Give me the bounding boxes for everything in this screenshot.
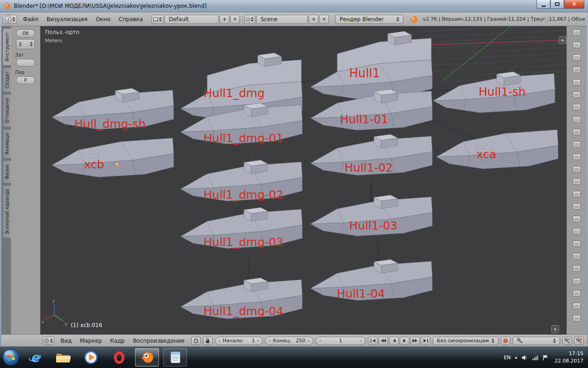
tool-tab-Физик[interactable]: Физик: [2, 160, 11, 184]
object-name-label-Hull1-sh: Hull1-sh: [479, 85, 526, 98]
screen-layout-delete-button[interactable]: ✕: [230, 15, 240, 24]
timeline-menu-Кадр[interactable]: Кадр: [106, 338, 129, 344]
screen-layout-field[interactable]: Default: [164, 15, 219, 24]
tool-tab-Анимаци[interactable]: Анимаци: [2, 129, 11, 159]
window-titlebar[interactable]: Blender* [D:\МОИ МОДЕЛИ\USSA\Jelezniakov…: [0, 0, 588, 12]
clock[interactable]: 17:15 22.08.2017: [554, 350, 583, 365]
properties-tab-icon[interactable]: [573, 166, 581, 172]
start-frame-field[interactable]: ‹ Начало:1 ›: [215, 337, 263, 345]
taskbar-explorer-folder[interactable]: [51, 348, 75, 367]
end-frame-field[interactable]: ‹ Конец:250 ›: [265, 337, 313, 345]
p-button[interactable]: P: [16, 76, 35, 84]
properties-tab-icon[interactable]: [573, 253, 581, 259]
properties-tab-icon[interactable]: [573, 67, 581, 73]
scene-name-field[interactable]: Scene: [256, 15, 308, 24]
properties-tab-icon[interactable]: [573, 303, 581, 309]
show-hidden-icons-button[interactable]: ▲: [515, 356, 517, 359]
object-origin-dot[interactable]: [116, 163, 118, 165]
ship-xcb[interactable]: [52, 138, 174, 177]
lock-icon: [205, 338, 210, 344]
close-button[interactable]: ✕: [564, 0, 584, 9]
lock-frame-range-button[interactable]: [203, 337, 213, 345]
properties-tab-icon[interactable]: [573, 92, 581, 98]
properties-tab-icon[interactable]: [573, 42, 581, 48]
properties-tab-icon[interactable]: [573, 265, 581, 272]
properties-tab-icon[interactable]: [573, 129, 581, 135]
object-button[interactable]: Об: [16, 29, 35, 37]
properties-tab-icon[interactable]: [573, 54, 581, 61]
properties-tab-icon[interactable]: [573, 203, 581, 210]
timeline-menu-Вид[interactable]: Вид: [57, 338, 76, 344]
taskbar-opera[interactable]: [107, 348, 131, 367]
action-center-flag-icon[interactable]: [543, 355, 548, 361]
timeline-menu-Воспроизведение[interactable]: Воспроизведение: [129, 338, 188, 344]
screen-layout-browse-button[interactable]: [152, 15, 164, 24]
properties-tab-icon[interactable]: [573, 290, 581, 297]
timeline-editor-type-button[interactable]: [43, 337, 54, 345]
scene-add-button[interactable]: +: [309, 15, 318, 24]
record-button[interactable]: [501, 337, 510, 345]
play-button[interactable]: [400, 337, 409, 345]
properties-tab-icon[interactable]: [573, 116, 581, 123]
tool-tab-Эскизный каранда[interactable]: Эскизный каранда: [2, 185, 11, 239]
properties-tab-icon[interactable]: [573, 315, 581, 322]
properties-tab-icon[interactable]: [573, 241, 581, 247]
object-name-label-Hull1-02: Hull1-02: [345, 161, 393, 174]
expand-region-plus-button-bottom[interactable]: +: [551, 325, 559, 333]
tool-tab-Отношени[interactable]: Отношени: [2, 94, 11, 127]
render-engine-select[interactable]: Рендер Blender: [335, 15, 403, 24]
scene-delete-button[interactable]: ✕: [319, 15, 329, 24]
menu-Справка[interactable]: Справка: [114, 16, 147, 23]
viewport-3d[interactable]: Hull1Hull1_dmgHull1-shHull_dmg-shHull1-0…: [40, 26, 566, 334]
properties-tab-icon[interactable]: [573, 79, 581, 86]
menu-Визуализация[interactable]: Визуализация: [42, 16, 91, 23]
editor-type-button[interactable]: i: [3, 15, 17, 24]
tool-tab-Создат[interactable]: Создат: [2, 67, 11, 92]
screen-layout-add-button[interactable]: +: [220, 15, 229, 24]
properties-tab-icon[interactable]: [573, 178, 581, 185]
sync-mode-select[interactable]: Без синхронизации: [433, 337, 498, 345]
ship-Hull1[interactable]: [311, 31, 432, 99]
minimize-button[interactable]: [537, 0, 550, 9]
delete-keyframe-button[interactable]: [574, 337, 584, 345]
windows-logo-icon: [2, 348, 20, 367]
volume-icon[interactable]: [521, 355, 528, 361]
plus-icon: +: [311, 16, 316, 23]
keying-set-select[interactable]: [513, 337, 560, 345]
scene-browse-button[interactable]: [244, 15, 255, 24]
expand-region-plus-button[interactable]: +: [559, 36, 566, 44]
use-preview-range-button[interactable]: [191, 337, 201, 345]
language-indicator[interactable]: EN: [503, 355, 510, 361]
properties-tab-icon[interactable]: [573, 104, 581, 110]
header-menubar: ФайлВизуализацияОкноСправка: [19, 16, 147, 23]
menu-Окно[interactable]: Окно: [91, 16, 114, 23]
properties-tab-icon[interactable]: [573, 29, 581, 36]
tool-tab-Инструмент[interactable]: Инструмент: [2, 28, 11, 66]
taskbar-blender-active[interactable]: [135, 348, 159, 367]
current-frame-field[interactable]: ‹ 1 ›: [316, 337, 366, 345]
play-reverse-button[interactable]: [389, 337, 399, 345]
insert-keyframe-button[interactable]: [562, 337, 572, 345]
properties-tab-icon[interactable]: [573, 216, 581, 222]
properties-tab-icon[interactable]: [573, 141, 581, 148]
value-stepper[interactable]: 3: [16, 39, 35, 49]
properties-tab-icon[interactable]: [573, 154, 581, 160]
maximize-button[interactable]: [550, 0, 564, 9]
timeline-menu-Маркер[interactable]: Маркер: [76, 338, 106, 344]
ship-xca[interactable]: [436, 130, 558, 169]
properties-tab-icon[interactable]: [573, 278, 581, 284]
properties-tab-icon[interactable]: [573, 228, 581, 235]
properties-tab-icon[interactable]: [573, 191, 581, 197]
prev-keyframe-button[interactable]: [379, 337, 388, 345]
taskbar-notebook-app[interactable]: [163, 348, 187, 367]
taskbar-media-player[interactable]: [79, 348, 103, 367]
start-button[interactable]: [0, 347, 22, 368]
opera-icon: [114, 351, 124, 364]
network-icon[interactable]: [532, 355, 538, 361]
menu-Файл[interactable]: Файл: [19, 16, 42, 23]
jump-to-start-button[interactable]: [368, 337, 378, 345]
next-keyframe-button[interactable]: [410, 337, 420, 345]
shading-button[interactable]: [16, 59, 35, 67]
taskbar-internet-explorer[interactable]: e: [23, 348, 47, 367]
jump-to-end-button[interactable]: [421, 337, 430, 345]
